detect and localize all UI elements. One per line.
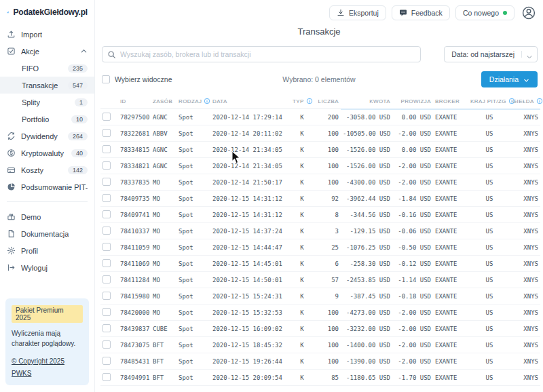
- sidebar-item-portfolio[interactable]: Portfolio10: [0, 111, 94, 128]
- sidebar-item-import[interactable]: Import: [0, 26, 94, 43]
- sidebar-item-splity[interactable]: Splity1: [0, 94, 94, 111]
- cell-kraj-pit-zg: US: [468, 223, 510, 239]
- row-checkbox-cell: [100, 207, 118, 223]
- sidebar-item-koszty[interactable]: Koszty142: [0, 161, 94, 178]
- cell-gie-da: XNYS: [510, 370, 540, 386]
- sidebar-item-transakcje[interactable]: Transakcje547: [0, 77, 94, 94]
- cell-liczba: 100: [314, 125, 341, 142]
- row-checkbox[interactable]: [102, 259, 111, 267]
- table-row[interactable]: 78415980MOSpot2020-12-15 15:24:31K9-387.…: [100, 288, 540, 305]
- column-header-kraj-pit-zg[interactable]: KRAJ PIT/ZG: [468, 94, 510, 109]
- cell-zas-b: BFT: [151, 337, 176, 353]
- row-checkbox[interactable]: [102, 227, 111, 235]
- actions-button[interactable]: Działania: [481, 71, 538, 87]
- row-checkbox[interactable]: [102, 129, 111, 137]
- sidebar-item-demo[interactable]: Demo: [0, 208, 94, 225]
- column-header-liczba[interactable]: LICZBA: [314, 94, 341, 109]
- table-row[interactable]: 78485431BFTSpot2020-12-15 19:26:44K100-1…: [100, 353, 540, 370]
- info-icon[interactable]: [536, 98, 543, 104]
- cell-data: 2020-12-15 14:31:12: [210, 207, 291, 223]
- column-header-id[interactable]: ID: [118, 94, 151, 109]
- row-checkbox[interactable]: [102, 275, 111, 283]
- premium-note: Wyliczenia mają charakter poglądowy.: [12, 329, 83, 349]
- table-row[interactable]: 78334821AGNCSpot2020-12-14 21:34:05K100-…: [100, 158, 540, 174]
- table-row[interactable]: 78337835MOSpot2020-12-14 21:50:17K100-43…: [100, 174, 540, 191]
- column-header-broker[interactable]: BROKER: [433, 94, 468, 109]
- row-checkbox[interactable]: [102, 161, 111, 170]
- row-checkbox[interactable]: [102, 340, 111, 349]
- cell-typ: K: [291, 158, 314, 174]
- column-header-data[interactable]: DATA: [210, 94, 291, 109]
- column-header-zas-b[interactable]: ZASÓB: [151, 94, 176, 109]
- column-header-typ[interactable]: TYP: [291, 94, 314, 109]
- search-icon: [107, 50, 116, 58]
- row-checkbox[interactable]: [102, 145, 111, 153]
- sidebar-item-dokumentacja[interactable]: Dokumentacja: [0, 225, 94, 242]
- select-visible-label: Wybierz widoczne: [115, 75, 172, 83]
- cell-rodzaj: Spot: [176, 125, 210, 142]
- cell-liczba: 92: [314, 191, 341, 207]
- table-row[interactable]: 78411284MOSpot2020-12-15 14:50:01K57-245…: [100, 272, 540, 288]
- copyright-link[interactable]: © Copyright 2025 PWKS: [12, 357, 64, 377]
- pie-chart-icon: [7, 182, 16, 191]
- cell-gie-da: XNYS: [510, 207, 540, 223]
- cell-broker: EXANTE: [433, 174, 468, 191]
- filter-row: Data: od najstarszej: [95, 46, 543, 62]
- row-checkbox[interactable]: [102, 194, 111, 202]
- table-row[interactable]: 78420000MOSpot2020-12-15 15:32:53K100-42…: [100, 305, 540, 321]
- row-checkbox[interactable]: [102, 210, 111, 218]
- upload-icon: [7, 30, 16, 39]
- row-checkbox-cell: [100, 288, 118, 305]
- sidebar-item-podsumowanie-pit-38[interactable]: Podsumowanie PIT-38: [0, 178, 94, 195]
- row-checkbox[interactable]: [102, 373, 111, 381]
- cell-liczba: 8: [314, 207, 341, 223]
- search-input[interactable]: [102, 46, 421, 62]
- table-row[interactable]: 78322681ABBVSpot2020-12-14 20:11:02K100-…: [100, 125, 540, 142]
- sidebar-item-kryptowaluty[interactable]: Kryptowaluty40: [0, 144, 94, 161]
- table-row[interactable]: 78439837CUBESpot2020-12-15 16:09:02K100-…: [100, 321, 540, 337]
- sidebar-item-fifo[interactable]: FIFO235: [0, 60, 94, 77]
- select-visible-checkbox[interactable]: [102, 75, 110, 83]
- export-button[interactable]: Eksportuj: [329, 5, 386, 20]
- sidebar-item-label: Akcje: [21, 47, 39, 56]
- info-icon[interactable]: [306, 98, 313, 104]
- column-header-kwota[interactable]: KWOTA: [341, 94, 392, 109]
- row-checkbox[interactable]: [102, 357, 111, 365]
- table-row[interactable]: 78494991BFTSpot2020-12-15 20:09:54K85-11…: [100, 370, 540, 386]
- table-row[interactable]: 78411059MOSpot2020-12-15 14:44:47K25-107…: [100, 239, 540, 256]
- table-row[interactable]: 78473075BFTSpot2020-12-15 18:45:32K100-1…: [100, 337, 540, 353]
- column-header-rodzaj[interactable]: RODZAJ: [176, 94, 210, 109]
- cell-liczba: 100: [314, 337, 341, 353]
- info-icon[interactable]: [204, 98, 210, 104]
- feedback-label: Feedback: [411, 9, 443, 17]
- table-row[interactable]: 78409741MOSpot2020-12-15 14:31:12K8-344.…: [100, 207, 540, 223]
- table-row[interactable]: 78297500AGNCSpot2020-12-14 17:29:14K200-…: [100, 109, 540, 125]
- chevron-down-icon: [526, 51, 533, 58]
- sort-dropdown[interactable]: Data: od najstarszej: [444, 46, 538, 62]
- row-checkbox[interactable]: [102, 178, 111, 186]
- row-checkbox[interactable]: [102, 308, 111, 316]
- feedback-button[interactable]: Feedback: [392, 5, 450, 20]
- cell-typ: K: [291, 239, 314, 256]
- brand-logo[interactable]: PodatekGiełdowy.pl: [0, 0, 94, 26]
- column-label: ZASÓB: [153, 98, 172, 104]
- column-header-prowizja[interactable]: PROWIZJA: [392, 94, 433, 109]
- table-row[interactable]: 78409735MOSpot2020-12-15 14:31:12K92-396…: [100, 191, 540, 207]
- table-row[interactable]: 78410337MOSpot2020-12-15 14:37:24K3-129.…: [100, 223, 540, 239]
- sidebar-item-wyloguj[interactable]: Wyloguj: [0, 259, 94, 276]
- table-row[interactable]: 78334815AGNCSpot2020-12-14 21:34:05K100-…: [100, 142, 540, 158]
- sidebar-item-profil[interactable]: Profil: [0, 242, 94, 259]
- row-checkbox[interactable]: [102, 324, 111, 332]
- table-row[interactable]: 78411069MOSpot2020-12-15 14:45:01K6-258.…: [100, 256, 540, 272]
- column-header-gie-da[interactable]: GIEŁDA: [510, 94, 540, 109]
- row-checkbox[interactable]: [102, 292, 111, 300]
- sidebar-item-dywidendy[interactable]: Dywidendy264: [0, 128, 94, 144]
- row-checkbox[interactable]: [102, 113, 111, 121]
- user-avatar-icon[interactable]: [521, 5, 536, 20]
- row-checkbox[interactable]: [102, 243, 111, 251]
- cell-zas-b: BFT: [151, 370, 176, 386]
- sidebar-item-akcje[interactable]: Akcje: [0, 43, 94, 60]
- column-label: RODZAJ: [179, 98, 202, 104]
- cell-prowizja: -2.00 USD: [392, 337, 433, 353]
- whats-new-button[interactable]: Co nowego: [455, 5, 514, 20]
